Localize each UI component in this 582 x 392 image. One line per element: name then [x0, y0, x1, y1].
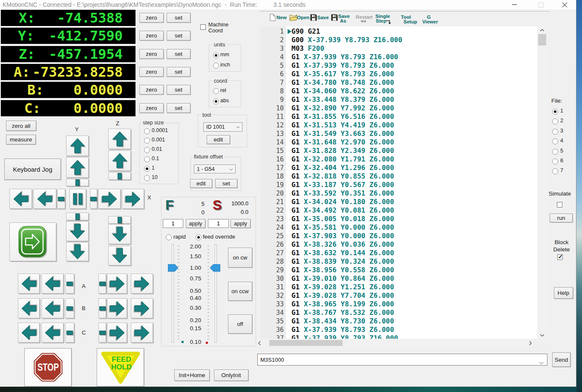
jog-b-plus-button[interactable]	[107, 298, 127, 318]
file-radio-2[interactable]	[552, 118, 558, 124]
jog-y-plus-button[interactable]	[66, 157, 89, 178]
step-size-radio-0.1[interactable]	[144, 156, 150, 162]
coord-radio-rel[interactable]	[213, 88, 219, 94]
editor-vscrollbar-thumb[interactable]	[538, 34, 546, 46]
mdi-dropdown-icon[interactable]	[539, 359, 544, 366]
init-home-button[interactable]: Init+Home	[174, 369, 210, 381]
jog-a-plus-fast-button[interactable]	[131, 274, 153, 294]
toolbar-open-button[interactable]: Open	[297, 15, 309, 20]
jog-x-plus-button[interactable]	[98, 189, 121, 209]
step-size-radio-0.01[interactable]	[144, 147, 150, 153]
zero-a-button[interactable]: zero	[139, 67, 164, 77]
jog-x-step-minus-button[interactable]	[57, 189, 65, 209]
set-x-button[interactable]: set	[167, 13, 190, 23]
zero-b-button[interactable]: zero	[139, 85, 164, 95]
block-delete-checkbox[interactable]	[557, 254, 563, 260]
toolbar-g-viewer-button-line2[interactable]: Viewer	[422, 19, 438, 24]
editor-hscrollbar[interactable]	[256, 340, 534, 346]
machine-coord-checkbox[interactable]	[200, 24, 206, 30]
simulate-checkbox[interactable]	[557, 202, 562, 208]
jog-a-step-plus-button[interactable]	[98, 274, 106, 294]
toolbar-tool-setup-button-line2[interactable]: Setup	[403, 19, 417, 24]
toolbar-save-button[interactable]: Save	[317, 15, 329, 20]
jog-c-plus-fast-button[interactable]	[131, 323, 153, 343]
coord-radio-abs[interactable]	[213, 98, 219, 104]
scroll-right-icon[interactable]	[527, 340, 534, 346]
step-size-radio-0.0001[interactable]	[144, 128, 150, 134]
feedrate-slider-track[interactable]	[172, 244, 174, 343]
file-radio-7[interactable]	[552, 168, 558, 174]
fixture-set-button[interactable]: set	[215, 179, 237, 188]
help-button[interactable]: Help	[554, 287, 573, 299]
spindle-on-ccw-button[interactable]: on ccw	[228, 282, 252, 301]
spindle-apply-button[interactable]: apply	[230, 219, 251, 228]
scroll-up-icon[interactable]	[537, 26, 547, 34]
set-a-button[interactable]: set	[167, 67, 190, 77]
jog-z-plus-button[interactable]	[108, 150, 131, 171]
jog-c-plus-button[interactable]	[107, 323, 127, 343]
feedrate-input[interactable]: 1	[163, 219, 183, 228]
spindle-slider-track[interactable]	[215, 244, 217, 343]
tool-edit-button[interactable]: edit	[207, 135, 230, 144]
jog-b-step-minus-button[interactable]	[65, 298, 74, 318]
file-radio-4[interactable]	[552, 138, 558, 144]
jog-a-plus-button[interactable]	[107, 274, 127, 294]
spindle-off-button[interactable]: off	[228, 314, 252, 334]
file-radio-3[interactable]	[552, 129, 558, 135]
jog-mode-button[interactable]	[9, 222, 56, 261]
jog-x-plus-fast-button[interactable]	[122, 189, 144, 209]
jog-z-step-plus-button[interactable]	[108, 172, 131, 180]
zero-y-button[interactable]: zero	[139, 31, 164, 40]
file-radio-6[interactable]	[552, 159, 558, 164]
file-radio-1[interactable]	[552, 109, 558, 115]
jog-z-step-minus-button[interactable]	[108, 216, 131, 224]
spindle-input[interactable]: 1	[208, 219, 229, 228]
jog-z-plus-fast-button[interactable]	[108, 129, 131, 149]
spindle-slider-thumb[interactable]	[210, 264, 220, 274]
tool-select[interactable]: ID 1001	[203, 122, 242, 132]
jog-y-step-plus-button[interactable]	[66, 179, 89, 186]
jog-y-plus-fast-button[interactable]	[66, 135, 89, 156]
scroll-down-icon[interactable]	[537, 331, 547, 339]
spindle-on-cw-button[interactable]: on cw	[228, 248, 252, 268]
zero-c-button[interactable]: zero	[139, 103, 164, 113]
jog-y-minus-fast-button[interactable]	[66, 242, 89, 261]
rapid-radio[interactable]	[166, 234, 172, 240]
jog-pause-button[interactable]	[69, 189, 86, 209]
jog-x-minus-button[interactable]	[33, 189, 56, 209]
send-button[interactable]: Send	[552, 352, 570, 367]
measure-button[interactable]: measure	[6, 135, 36, 144]
minimize-button[interactable]	[508, 0, 521, 9]
feed-override-radio[interactable]	[196, 234, 202, 240]
fixture-edit-button[interactable]: edit	[190, 179, 212, 188]
units-radio-mm[interactable]	[213, 52, 219, 58]
zero-all-button[interactable]: zero all	[6, 121, 36, 131]
run-button[interactable]: run	[550, 213, 573, 222]
jog-b-minus-fast-button[interactable]	[18, 298, 40, 318]
jog-y-step-minus-button[interactable]	[66, 213, 89, 220]
jog-z-minus-fast-button[interactable]	[108, 246, 131, 265]
jog-b-step-plus-button[interactable]	[98, 298, 106, 318]
only-init-button[interactable]: OnlyInit	[214, 369, 248, 381]
jog-y-minus-button[interactable]	[66, 221, 89, 241]
editor-hscrollbar-thumb[interactable]	[269, 340, 343, 346]
toolbar-save-as-button-line2[interactable]: As	[340, 18, 346, 23]
file-radio-5[interactable]	[552, 149, 558, 155]
fixture-offset-select[interactable]: 1 - G54	[194, 164, 236, 173]
jog-x-step-plus-button[interactable]	[90, 189, 97, 209]
step-size-radio-0.001[interactable]	[144, 138, 150, 144]
jog-a-step-minus-button[interactable]	[65, 274, 74, 294]
set-c-button[interactable]: set	[167, 103, 190, 113]
feedrate-apply-button[interactable]: apply	[186, 219, 205, 228]
stop-button[interactable]: STOP	[24, 348, 72, 386]
jog-c-step-plus-button[interactable]	[98, 323, 106, 343]
units-radio-inch[interactable]	[213, 63, 219, 69]
set-z-button[interactable]: set	[167, 49, 190, 59]
editor-vscrollbar[interactable]	[537, 26, 547, 339]
jog-c-minus-button[interactable]	[41, 323, 63, 343]
feedrate-slider-thumb[interactable]	[168, 264, 179, 274]
jog-b-plus-fast-button[interactable]	[131, 298, 153, 318]
jog-z-minus-button[interactable]	[108, 224, 131, 244]
set-y-button[interactable]: set	[167, 31, 190, 40]
feed-hold-button[interactable]: FEED HOLD	[97, 348, 144, 386]
